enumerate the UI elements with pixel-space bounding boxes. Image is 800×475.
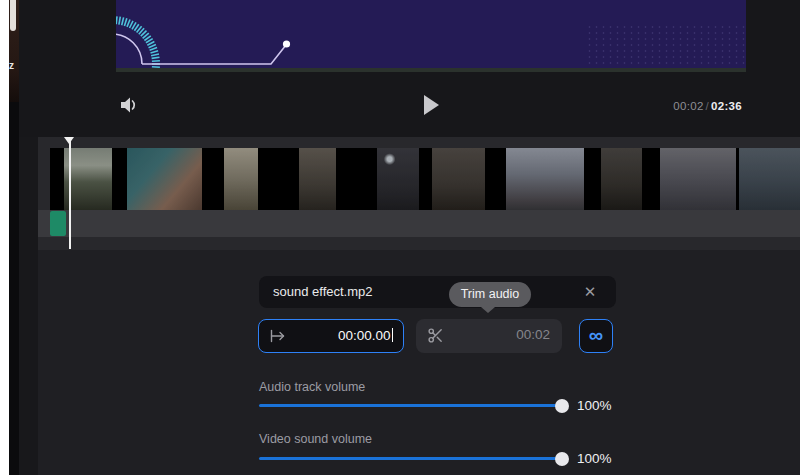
time-separator: / <box>704 100 712 112</box>
video-thumbnail <box>739 148 800 210</box>
video-thumbnail <box>377 148 419 210</box>
start-time-input[interactable]: 00:00.00 <box>258 319 404 353</box>
trim-time-value: 00:02 <box>516 327 550 342</box>
video-sound-volume-label: Video sound volume <box>259 432 372 446</box>
video-thumbnail <box>660 148 736 210</box>
slider-thumb[interactable] <box>555 399 569 413</box>
trim-length-field[interactable]: 00:02 <box>416 319 562 353</box>
time-total: 02:36 <box>711 100 742 112</box>
dot-grid-overlay <box>586 24 746 68</box>
video-thumbnail <box>601 148 642 210</box>
audio-track-volume-slider[interactable] <box>259 404 562 407</box>
video-preview-panel: 00:02/02:36 <box>19 0 800 137</box>
filmstrip-gap <box>258 148 299 210</box>
video-clip-filmstrip[interactable] <box>50 148 800 210</box>
video-sound-volume-value: 100% <box>577 451 612 466</box>
video-thumbnail <box>506 148 584 210</box>
filmstrip-gap <box>419 148 432 210</box>
video-sound-volume-slider[interactable] <box>259 457 562 460</box>
video-thumbnail <box>224 148 258 210</box>
start-time-value: 00:00.00 <box>338 328 393 343</box>
sliver-cut-text: z <box>9 60 19 71</box>
filmstrip-gap <box>50 148 64 210</box>
audio-track-volume-value: 100% <box>577 398 612 413</box>
loop-infinity-button[interactable]: ∞ <box>579 319 613 353</box>
filmstrip-gap <box>202 148 224 210</box>
time-display: 00:02/02:36 <box>599 100 742 112</box>
start-time-text: 00:00.00 <box>338 328 391 343</box>
adjacent-window-sliver: z <box>9 0 19 475</box>
scissors-icon <box>427 327 444 344</box>
filename-bar[interactable]: sound effect.mp2 ✕ <box>259 276 616 308</box>
filename-label: sound effect.mp2 <box>273 284 373 299</box>
video-editor-app: 00:02/02:36 <box>19 0 800 475</box>
filmstrip-gap <box>485 148 506 210</box>
trim-audio-tooltip: Trim audio <box>449 282 531 307</box>
volume-icon[interactable] <box>119 95 139 115</box>
scrollbar-thumb[interactable] <box>10 0 16 31</box>
audio-edit-panel: sound effect.mp2 ✕ Trim audio 00:00.00 <box>38 250 800 475</box>
playhead-line <box>69 139 71 249</box>
video-frame[interactable] <box>116 0 746 72</box>
slider-thumb[interactable] <box>555 452 569 466</box>
filmstrip-gap <box>336 148 377 210</box>
filmstrip-gap <box>642 148 660 210</box>
close-icon[interactable]: ✕ <box>581 283 599 301</box>
filmstrip-gap <box>584 148 601 210</box>
timeline[interactable] <box>38 137 800 250</box>
play-icon[interactable] <box>424 95 439 115</box>
video-thumbnail <box>127 148 202 210</box>
playhead[interactable] <box>64 137 75 249</box>
filmstrip-gap <box>112 148 127 210</box>
text-caret <box>392 328 394 342</box>
time-current: 00:02 <box>673 100 703 112</box>
video-thumbnail <box>299 148 336 210</box>
video-thumbnail <box>432 148 485 210</box>
trim-start-icon <box>269 329 287 343</box>
audio-track-volume-label: Audio track volume <box>259 380 365 394</box>
audio-track-row[interactable] <box>38 210 800 237</box>
